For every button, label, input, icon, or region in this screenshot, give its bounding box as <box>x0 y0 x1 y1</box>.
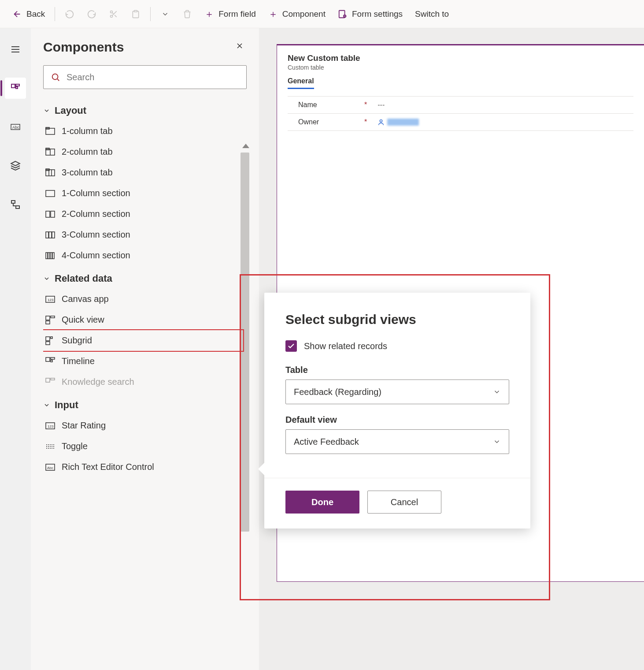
subgrid-icon <box>45 336 56 346</box>
show-related-row[interactable]: Show related records <box>285 340 509 352</box>
component-timeline[interactable]: Timeline <box>43 351 243 372</box>
paste-button[interactable] <box>126 5 145 23</box>
svg-rect-11 <box>16 206 19 208</box>
toolbar-divider <box>55 7 55 21</box>
field-row-owner[interactable]: Owner * <box>288 114 633 130</box>
component-label: 2-column tab <box>62 147 113 157</box>
table-select[interactable]: Feedback (Regarding) <box>285 380 509 404</box>
field-row-name[interactable]: Name * --- <box>288 97 633 114</box>
switch-button[interactable]: Switch to <box>411 7 453 22</box>
rail-text[interactable]: Abc <box>5 116 26 138</box>
canvas-icon: 123 <box>45 294 56 304</box>
component-label: Subgrid <box>62 335 92 346</box>
section-layout-header[interactable]: Layout <box>43 98 243 121</box>
person-icon <box>378 119 385 126</box>
undo-button[interactable] <box>60 5 79 23</box>
toggle-icon <box>45 442 56 451</box>
component-label: Toggle <box>62 441 88 451</box>
svg-point-0 <box>111 11 113 13</box>
subgrid-popover: Select subgrid views Show related record… <box>264 293 530 529</box>
panel-scroll-area: Layout 1-column tab 2-column tab 3-colum… <box>43 98 247 670</box>
star-rating-icon: 123 <box>45 421 56 431</box>
tab-2col-icon <box>45 147 56 157</box>
cancel-label: Cancel <box>391 497 418 507</box>
rail-tree[interactable] <box>5 194 26 215</box>
rail-components[interactable] <box>5 78 26 99</box>
required-indicator: * <box>364 101 367 109</box>
form-field-label: Form field <box>218 9 255 19</box>
form-canvas: New Custom table Custom table General Na… <box>259 28 644 670</box>
close-icon <box>235 41 244 50</box>
toolbar-divider <box>150 7 151 21</box>
redo-icon <box>87 9 96 19</box>
component-label: Star Rating <box>62 421 106 431</box>
chevron-down-icon <box>43 275 50 282</box>
component-knowledge-search: Knowledge search <box>43 372 243 392</box>
chevron-down-icon <box>493 388 501 396</box>
rail-hamburger[interactable] <box>5 39 26 60</box>
cancel-button[interactable]: Cancel <box>367 491 441 514</box>
svg-rect-33 <box>46 321 50 324</box>
delete-button[interactable] <box>178 5 196 23</box>
component-label: 1-column tab <box>62 126 113 136</box>
svg-point-1 <box>111 15 113 17</box>
check-icon <box>287 342 295 350</box>
component-label: Timeline <box>62 356 95 366</box>
svg-rect-32 <box>51 316 55 318</box>
component-toggle[interactable]: Toggle <box>43 436 243 457</box>
form-tab-general[interactable]: General <box>288 77 314 89</box>
component-2-column-tab[interactable]: 2-column tab <box>43 141 243 162</box>
form-settings-button[interactable]: Form settings <box>333 7 407 22</box>
svg-rect-26 <box>48 253 50 259</box>
paste-icon <box>131 10 140 19</box>
popover-title: Select subgrid views <box>285 312 509 327</box>
tree-icon <box>10 199 21 210</box>
svg-rect-2 <box>134 10 137 11</box>
left-rail: Abc <box>0 28 31 670</box>
svg-rect-41 <box>51 378 55 380</box>
required-indicator: * <box>364 118 367 126</box>
redo-button[interactable] <box>82 5 101 23</box>
component-1-column-tab[interactable]: 1-column tab <box>43 121 243 141</box>
component-3-column-tab[interactable]: 3-column tab <box>43 162 243 183</box>
component-star-rating[interactable]: 123 Star Rating <box>43 415 243 436</box>
section-related-header[interactable]: Related data <box>43 266 243 289</box>
back-label: Back <box>26 9 45 19</box>
svg-rect-36 <box>46 342 50 345</box>
svg-rect-5 <box>11 84 15 88</box>
panel-close-button[interactable] <box>233 39 247 56</box>
component-2-column-section[interactable]: 2-Column section <box>43 204 243 224</box>
back-button[interactable]: Back <box>8 7 49 22</box>
component-1-column-section[interactable]: 1-Column section <box>43 183 243 204</box>
svg-rect-39 <box>51 360 52 362</box>
done-label: Done <box>311 497 333 507</box>
svg-text:123: 123 <box>48 424 54 428</box>
component-button[interactable]: ＋ Component <box>264 5 330 23</box>
section-3col-icon <box>45 230 56 240</box>
component-rich-text[interactable]: Abc Rich Text Editor Control <box>43 457 243 477</box>
component-3-column-section[interactable]: 3-Column section <box>43 224 243 245</box>
component-4-column-section[interactable]: 4-Column section <box>43 245 243 266</box>
done-button[interactable]: Done <box>285 491 359 514</box>
owner-name-redacted <box>387 119 419 126</box>
component-subgrid[interactable]: Subgrid <box>43 330 243 351</box>
search-box[interactable] <box>43 65 247 89</box>
dropdown-more-button[interactable] <box>156 5 174 23</box>
knowledge-icon <box>45 377 56 387</box>
component-quick-view[interactable]: Quick view <box>43 309 243 330</box>
show-related-checkbox[interactable] <box>285 340 297 352</box>
component-label: Canvas app <box>62 294 109 304</box>
show-related-label: Show related records <box>304 341 387 351</box>
view-select[interactable]: Active Feedback <box>285 429 509 454</box>
cut-button[interactable] <box>104 5 123 23</box>
search-input[interactable] <box>67 72 239 82</box>
section-4col-icon <box>45 251 56 261</box>
svg-rect-24 <box>52 232 55 238</box>
svg-rect-7 <box>16 87 18 89</box>
form-field-button[interactable]: ＋ Form field <box>200 5 260 23</box>
section-input-header[interactable]: Input <box>43 392 243 415</box>
rail-layers[interactable] <box>5 155 26 176</box>
svg-rect-31 <box>46 316 50 320</box>
component-canvas-app[interactable]: 123 Canvas app <box>43 289 243 309</box>
hamburger-icon <box>10 44 21 55</box>
